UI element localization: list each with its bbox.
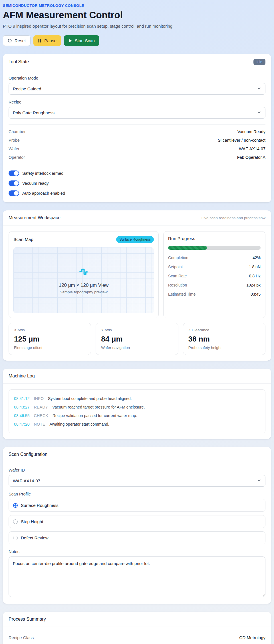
page: SEMICONDUCTOR METROLOGY CONSOLE AFM Meas… bbox=[0, 0, 274, 644]
toggle-list: Safety interlock armed Vacuum ready Auto… bbox=[9, 165, 265, 196]
workspace-subtitle: Live scan readiness and process flow bbox=[202, 216, 265, 220]
reset-icon bbox=[8, 38, 12, 43]
toggle-switch-on[interactable] bbox=[9, 180, 19, 186]
pause-icon bbox=[38, 39, 42, 43]
scan-profile-label: Scan Profile bbox=[9, 492, 265, 496]
process-summary-header: Process Summary bbox=[3, 612, 271, 627]
pause-button[interactable]: Pause bbox=[33, 35, 61, 46]
log-panel: 08:41:12 INFO System boot complete and p… bbox=[9, 389, 265, 433]
machine-log-card: Machine Log 08:41:12 INFO System boot co… bbox=[3, 369, 271, 439]
axis-cards: X Axis 125 μm Fine stage offset Y Axis 8… bbox=[9, 323, 265, 355]
radio-unselected-icon[interactable] bbox=[13, 536, 18, 540]
scan-map-title: Scan Map bbox=[13, 237, 33, 242]
chevron-down-icon bbox=[257, 478, 261, 483]
workspace-header: Measurement Workspace Live scan readines… bbox=[3, 210, 271, 225]
z-clearance-card: Z Clearance 38 nm Probe safety height bbox=[183, 323, 265, 355]
tool-state-header: Tool State Idle bbox=[3, 54, 271, 70]
action-toolbar: Reset Pause Start Scan bbox=[3, 35, 271, 46]
workspace-title: Measurement Workspace bbox=[9, 215, 61, 220]
toggle-switch-on[interactable] bbox=[9, 190, 19, 196]
log-entry: 08:47:20 NOTE Awaiting operator start co… bbox=[14, 420, 260, 428]
log-entry: 08:43:27 READY Vacuum reached target pre… bbox=[14, 403, 260, 411]
page-subtitle: PTO 9 inspired operator layout for preci… bbox=[3, 24, 271, 29]
info-row-probe: Probe Si cantilever / non-contact bbox=[9, 136, 265, 145]
info-row-wafer: Wafer WAF-AX14-07 bbox=[9, 145, 265, 153]
scan-map-card: Scan Map Surface Roughness 120 μm × 120 … bbox=[9, 231, 159, 318]
scan-configuration-header: Scan Configuration bbox=[3, 447, 271, 462]
wafer-id-select[interactable]: WAF-AX14-07 bbox=[9, 475, 265, 487]
metric-estimated-time: Estimated Time 03:45 bbox=[168, 290, 261, 299]
measurement-workspace-card: Measurement Workspace Live scan readines… bbox=[3, 210, 271, 361]
chevron-down-icon bbox=[257, 110, 261, 115]
scan-view-sub: Sample topography preview bbox=[60, 290, 107, 294]
process-summary-card: Process Summary Recipe Class CD Metrolog… bbox=[3, 612, 271, 644]
scan-map-badge: Surface Roughness bbox=[116, 236, 154, 243]
radio-step-height[interactable]: Step Height bbox=[9, 515, 265, 528]
notes-textarea[interactable]: Focus on center-die profile around gate … bbox=[9, 556, 265, 597]
run-progress-card: Run Progress Completion 42% Setpoint 1.8… bbox=[163, 231, 265, 318]
progress-fill bbox=[168, 246, 207, 250]
metric-scan-rate: Scan Rate 0.8 Hz bbox=[168, 271, 261, 281]
recipe-label: Recipe bbox=[9, 100, 265, 104]
radio-surface-roughness[interactable]: Surface Roughness bbox=[9, 499, 265, 512]
play-icon bbox=[68, 39, 72, 43]
scan-map-preview[interactable]: 120 μm × 120 μm View Sample topography p… bbox=[13, 247, 154, 313]
status-badge: Idle bbox=[253, 59, 265, 65]
radio-defect-review[interactable]: Defect Review bbox=[9, 531, 265, 544]
metric-completion: Completion 42% bbox=[168, 253, 261, 262]
machine-log-title: Machine Log bbox=[9, 373, 35, 379]
log-entry: 08:41:12 INFO System boot complete and p… bbox=[14, 394, 260, 403]
operation-mode-label: Operation Mode bbox=[9, 76, 265, 80]
toggle-safety-interlock[interactable]: Safety interlock armed bbox=[9, 170, 265, 176]
tool-info-list: Chamber Vacuum Ready Probe Si cantilever… bbox=[9, 124, 265, 162]
reset-button[interactable]: Reset bbox=[3, 35, 31, 46]
page-title: AFM Measurement Control bbox=[3, 10, 271, 21]
progress-metrics: Completion 42% Setpoint 1.8 nN Scan Rate… bbox=[168, 253, 261, 299]
tool-state-title: Tool State bbox=[9, 59, 29, 64]
info-row-chamber: Chamber Vacuum Ready bbox=[9, 127, 265, 136]
x-axis-card: X Axis 125 μm Fine stage offset bbox=[9, 323, 91, 355]
waveform-icon bbox=[78, 267, 89, 279]
process-summary-title: Process Summary bbox=[9, 617, 46, 622]
y-axis-card: Y Axis 84 μm Wafer navigation bbox=[96, 323, 178, 355]
run-progress-title: Run Progress bbox=[168, 236, 261, 241]
metric-resolution: Resolution 1024 px bbox=[168, 281, 261, 290]
info-row-operator: Operator Fab Operator A bbox=[9, 153, 265, 162]
summary-row-tip-radius: Tip Radius 7 nm bbox=[9, 643, 265, 644]
wafer-id-label: Wafer ID bbox=[9, 468, 265, 472]
scan-configuration-title: Scan Configuration bbox=[9, 452, 47, 457]
recipe-select[interactable]: Poly Gate Roughness bbox=[9, 107, 265, 119]
scan-configuration-card: Scan Configuration Wafer ID WAF-AX14-07 … bbox=[3, 447, 271, 604]
notes-label: Notes bbox=[9, 549, 265, 554]
start-scan-button[interactable]: Start Scan bbox=[64, 35, 99, 46]
toggle-vacuum-ready[interactable]: Vacuum ready bbox=[9, 180, 265, 186]
radio-selected-icon[interactable] bbox=[13, 503, 18, 508]
toggle-switch-on[interactable] bbox=[9, 170, 19, 176]
chevron-down-icon bbox=[257, 86, 261, 91]
metric-setpoint: Setpoint 1.8 nN bbox=[168, 262, 261, 271]
toggle-auto-approach[interactable]: Auto approach enabled bbox=[9, 190, 265, 196]
console-eyebrow: SEMICONDUCTOR METROLOGY CONSOLE bbox=[3, 3, 271, 8]
log-entry: 08:46:55 CHECK Recipe validation passed … bbox=[14, 411, 260, 420]
scan-view-label: 120 μm × 120 μm View bbox=[59, 283, 109, 288]
tool-state-card: Tool State Idle Operation Mode Recipe Gu… bbox=[3, 54, 271, 202]
machine-log-header: Machine Log bbox=[3, 369, 271, 384]
radio-unselected-icon[interactable] bbox=[13, 519, 18, 524]
progress-bar bbox=[168, 246, 261, 250]
summary-row-recipe-class: Recipe Class CD Metrology bbox=[9, 633, 265, 643]
operation-mode-select[interactable]: Recipe Guided bbox=[9, 83, 265, 95]
